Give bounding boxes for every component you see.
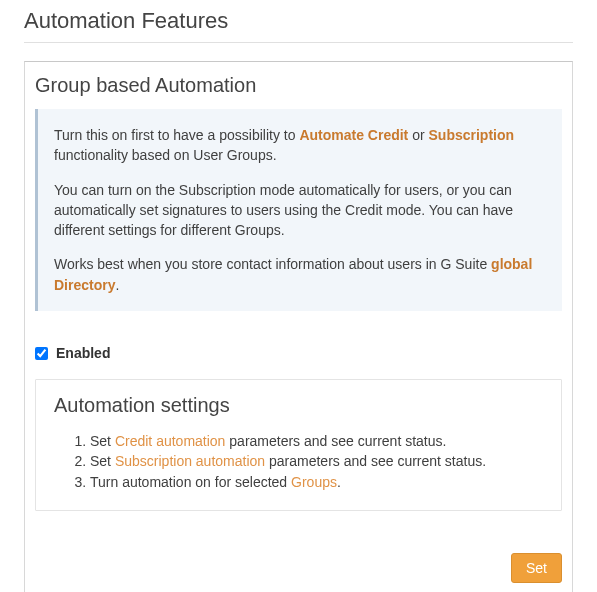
- groups-link[interactable]: Groups: [291, 474, 337, 490]
- list-text: Set: [90, 433, 115, 449]
- credit-automation-link[interactable]: Credit automation: [115, 433, 226, 449]
- list-text: Turn automation on for selected: [90, 474, 291, 490]
- info-text: or: [408, 127, 428, 143]
- panel-title: Group based Automation: [25, 62, 572, 109]
- automation-settings-list: Set Credit automation parameters and see…: [54, 431, 543, 492]
- enabled-checkbox[interactable]: [35, 347, 48, 360]
- info-text: Works best when you store contact inform…: [54, 256, 491, 272]
- subscription-link[interactable]: Subscription: [429, 127, 515, 143]
- list-text: parameters and see current status.: [225, 433, 446, 449]
- info-paragraph-3: Works best when you store contact inform…: [54, 254, 548, 295]
- list-item: Set Credit automation parameters and see…: [90, 431, 543, 451]
- info-text: .: [115, 277, 119, 293]
- list-text: parameters and see current status.: [265, 453, 486, 469]
- info-text: Turn this on first to have a possibility…: [54, 127, 299, 143]
- automation-settings-title: Automation settings: [54, 394, 543, 417]
- info-box: Turn this on first to have a possibility…: [35, 109, 562, 311]
- automate-credit-link[interactable]: Automate Credit: [299, 127, 408, 143]
- list-item: Turn automation on for selected Groups.: [90, 472, 543, 492]
- info-text: functionality based on User Groups.: [54, 147, 277, 163]
- set-button[interactable]: Set: [511, 553, 562, 583]
- subscription-automation-link[interactable]: Subscription automation: [115, 453, 265, 469]
- automation-settings-box: Automation settings Set Credit automatio…: [35, 379, 562, 511]
- automation-panel: Group based Automation Turn this on firs…: [24, 61, 573, 592]
- list-text: Set: [90, 453, 115, 469]
- enabled-label: Enabled: [56, 345, 110, 361]
- list-text: .: [337, 474, 341, 490]
- page-title: Automation Features: [24, 8, 573, 43]
- info-paragraph-2: You can turn on the Subscription mode au…: [54, 180, 548, 241]
- info-paragraph-1: Turn this on first to have a possibility…: [54, 125, 548, 166]
- list-item: Set Subscription automation parameters a…: [90, 451, 543, 471]
